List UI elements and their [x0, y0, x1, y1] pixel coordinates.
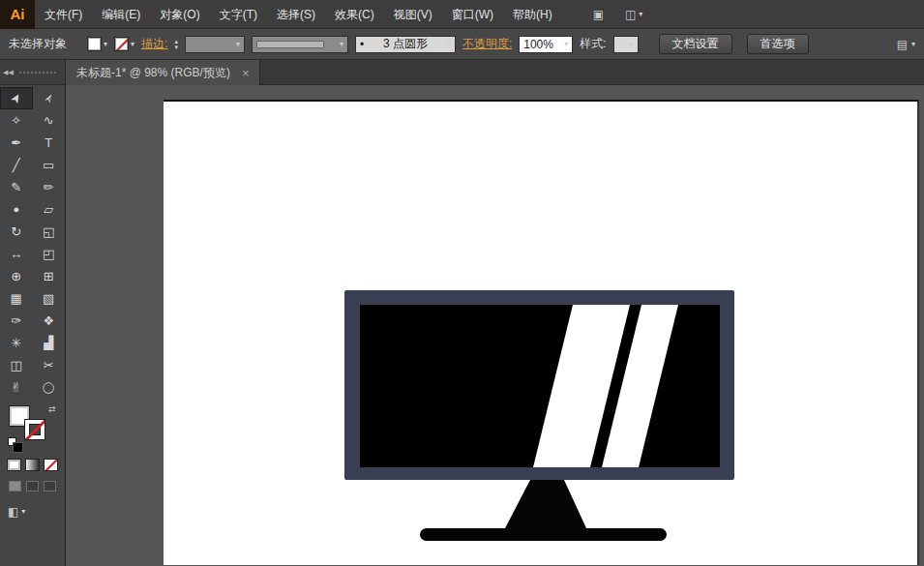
- stroke-weight-stepper[interactable]: ▴ ▾: [174, 39, 178, 50]
- draw-normal-button[interactable]: [9, 481, 21, 492]
- fill-color-dropdown[interactable]: ▾: [87, 37, 107, 51]
- swap-fill-stroke-icon[interactable]: ⇄: [48, 404, 56, 414]
- chevron-down-icon: ▾: [236, 41, 240, 48]
- panel-menu-icon[interactable]: ▤: [897, 38, 908, 51]
- pen-tool-icon: ✒: [11, 136, 21, 149]
- document-tab[interactable]: 未标题-1* @ 98% (RGB/预览) ×: [66, 60, 260, 85]
- artboard[interactable]: [164, 100, 919, 565]
- column-graph-tool[interactable]: ▟: [33, 332, 66, 354]
- menu-effect[interactable]: 效果(C): [325, 0, 384, 29]
- none-button[interactable]: [44, 459, 58, 471]
- pen-tool[interactable]: ✒: [0, 132, 33, 154]
- menu-window[interactable]: 窗口(W): [442, 0, 503, 29]
- menu-help[interactable]: 帮助(H): [503, 0, 562, 29]
- stroke-panel-link[interactable]: 描边:: [141, 36, 167, 52]
- selection-tool[interactable]: ➤: [0, 87, 33, 109]
- chevron-down-icon: ▾: [447, 41, 451, 48]
- stroke-swatch[interactable]: [24, 419, 45, 440]
- width-profile-dropdown[interactable]: ▾: [252, 36, 348, 53]
- default-fill-stroke-icon[interactable]: [8, 437, 16, 446]
- monitor-stand[interactable]: [505, 480, 586, 528]
- gradient-tool[interactable]: ▧: [33, 287, 66, 310]
- lasso-tool-icon: ∿: [44, 114, 54, 127]
- bridge-icon[interactable]: ▣: [593, 8, 604, 21]
- rectangle-tool[interactable]: ▭: [33, 154, 66, 176]
- menu-object[interactable]: 对象(O): [150, 0, 209, 29]
- scale-tool[interactable]: ◱: [33, 221, 66, 243]
- menu-type[interactable]: 文字(T): [210, 0, 267, 29]
- shape-builder-tool[interactable]: ⊕: [0, 265, 33, 287]
- menu-file[interactable]: 文件(F): [35, 0, 92, 29]
- hand-tool-icon: ✌: [11, 381, 21, 394]
- selection-tool-icon: ➤: [8, 91, 24, 106]
- screen-mode-icon[interactable]: ◧: [8, 505, 18, 519]
- pasteboard[interactable]: [66, 85, 924, 566]
- width-profile-preview: [256, 41, 324, 48]
- gradient-button[interactable]: [25, 459, 40, 471]
- hand-tool[interactable]: ✌: [0, 376, 33, 399]
- eyedropper-tool[interactable]: ✑: [0, 310, 33, 332]
- rotate-tool[interactable]: ↻: [0, 221, 33, 243]
- scale-tool-icon: ◱: [43, 225, 54, 238]
- app-logo[interactable]: Ai: [0, 0, 35, 29]
- stroke-weight-dropdown[interactable]: ▾: [185, 36, 245, 53]
- draw-behind-button[interactable]: [26, 481, 39, 492]
- chevron-down-icon[interactable]: ▾: [911, 41, 915, 48]
- workspace: ◀◀ ➤ ➣ ✧ ∿ ✒ T ╱ ▭ ✎ ✏ ● ▱ ↻ ◱ ↔ ◰ ⊕ ⊞ ▦…: [0, 60, 924, 566]
- chevron-down-icon: ▾: [630, 41, 634, 48]
- blob-brush-tool[interactable]: ●: [0, 198, 33, 221]
- free-transform-tool[interactable]: ◰: [33, 243, 66, 265]
- paintbrush-tool[interactable]: ✎: [0, 176, 33, 198]
- gradient-tool-icon: ▧: [43, 292, 54, 305]
- direct-selection-tool[interactable]: ➣: [33, 87, 66, 109]
- style-label: 样式:: [580, 36, 606, 52]
- screen-mode-row: ◧ ▾: [8, 505, 65, 519]
- document-tabbar: 未标题-1* @ 98% (RGB/预览) ×: [66, 60, 924, 85]
- menu-select[interactable]: 选择(S): [267, 0, 325, 29]
- perspective-grid-tool-icon: ⊞: [44, 270, 54, 283]
- opacity-panel-link[interactable]: 不透明度:: [462, 36, 512, 52]
- eraser-tool-icon: ▱: [44, 203, 53, 216]
- arrange-documents-icon[interactable]: ◫▾: [625, 8, 642, 21]
- control-bar-right: ▤ ▾: [897, 38, 915, 51]
- menu-view[interactable]: 视图(V): [384, 0, 442, 29]
- opacity-dropdown[interactable]: 100% ▾: [519, 36, 573, 53]
- collapse-panel-icon[interactable]: ◀◀: [3, 69, 14, 76]
- close-tab-icon[interactable]: ×: [242, 66, 250, 80]
- line-segment-tool[interactable]: ╱: [0, 154, 33, 176]
- pencil-tool[interactable]: ✏: [33, 176, 66, 198]
- preferences-button[interactable]: 首选项: [747, 34, 809, 54]
- slice-tool-icon: ✂: [44, 359, 54, 372]
- color-button[interactable]: [7, 459, 21, 471]
- magic-wand-tool[interactable]: ✧: [0, 109, 33, 132]
- type-tool[interactable]: T: [33, 132, 66, 154]
- width-tool[interactable]: ↔: [0, 243, 33, 265]
- blend-tool[interactable]: ❖: [33, 310, 66, 332]
- selection-status: 未选择对象: [9, 36, 67, 52]
- artboard-tool[interactable]: ◫: [0, 354, 33, 376]
- stroke-swatch-icon: [114, 37, 129, 51]
- blob-brush-tool-icon: ●: [13, 204, 19, 215]
- draw-inside-button[interactable]: [44, 481, 56, 492]
- column-graph-tool-icon: ▟: [44, 337, 53, 349]
- mesh-tool[interactable]: ▦: [0, 287, 33, 310]
- lasso-tool[interactable]: ∿: [33, 109, 66, 132]
- perspective-grid-tool[interactable]: ⊞: [33, 265, 66, 287]
- paintbrush-tool-icon: ✎: [11, 181, 21, 194]
- mesh-tool-icon: ▦: [11, 292, 22, 305]
- document-setup-button[interactable]: 文档设置: [659, 34, 732, 54]
- symbol-sprayer-tool-icon: ✳: [11, 337, 21, 349]
- artboard-tool-icon: ◫: [11, 359, 22, 372]
- brush-definition-dropdown[interactable]: • 3 点圆形 ▾: [355, 36, 456, 53]
- symbol-sprayer-tool[interactable]: ✳: [0, 332, 33, 354]
- monitor-base[interactable]: [420, 528, 667, 541]
- slice-tool[interactable]: ✂: [33, 354, 66, 376]
- menu-edit[interactable]: 编辑(E): [92, 0, 150, 29]
- style-dropdown[interactable]: ▾: [613, 36, 639, 53]
- line-segment-tool-icon: ╱: [13, 159, 20, 171]
- eraser-tool[interactable]: ▱: [33, 198, 66, 221]
- zoom-tool[interactable]: ◯: [33, 376, 66, 399]
- fill-swatch-icon: [87, 37, 102, 51]
- stroke-color-dropdown[interactable]: ▾: [114, 37, 134, 51]
- dock-grip-handle[interactable]: [19, 72, 56, 74]
